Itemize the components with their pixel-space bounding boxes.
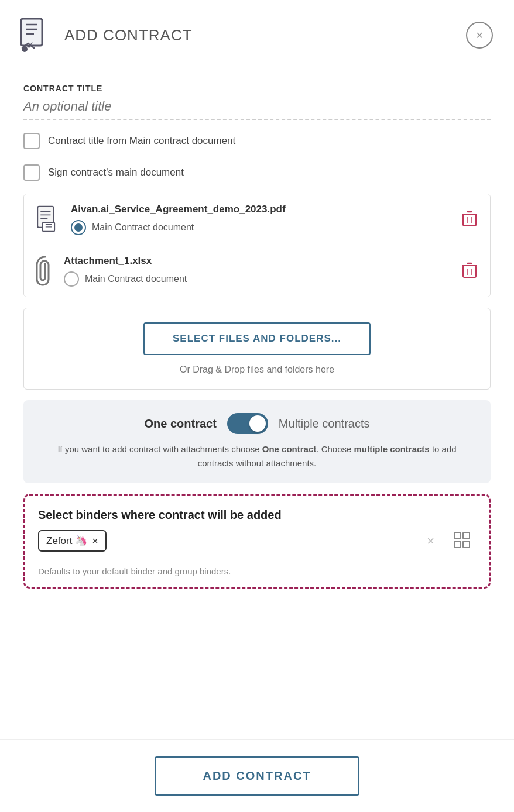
file-2-info: Attachment_1.xlsx Main Contract document xyxy=(64,255,451,287)
contract-title-from-main-checkbox[interactable] xyxy=(23,133,40,149)
trash-icon-2 xyxy=(462,262,477,279)
file-2-radio-row: Main Contract document xyxy=(64,271,451,287)
drag-drop-label: Or Drag & Drop files and folders here xyxy=(180,364,334,375)
close-button[interactable]: × xyxy=(466,22,493,49)
binders-section: Select binders where contract will be ad… xyxy=(23,494,491,589)
toggle-right-label: Multiple contracts xyxy=(279,417,370,431)
delete-file-1-button[interactable] xyxy=(460,208,479,232)
file-1-radio-row: Main Contract document xyxy=(71,220,451,235)
binders-title: Select binders where contract will be ad… xyxy=(38,508,476,522)
binders-divider xyxy=(444,531,444,551)
modal-header: ADD CONTRACT × xyxy=(0,0,514,66)
binders-grid-button[interactable] xyxy=(448,531,476,551)
sign-main-document-checkbox[interactable] xyxy=(23,164,40,181)
delete-file-2-button[interactable] xyxy=(460,259,479,283)
svg-point-4 xyxy=(22,46,28,52)
select-files-button[interactable]: SELECT FILES AND FOLDERS... xyxy=(143,322,371,355)
toggle-left-label: One contract xyxy=(145,417,217,431)
checkbox-label-2: Sign contract's main document xyxy=(48,167,184,178)
checkbox-row-2: Sign contract's main document xyxy=(23,164,491,181)
toggle-row: One contract Multiple contracts xyxy=(40,413,474,434)
attachment-icon xyxy=(35,254,56,287)
contract-icon xyxy=(16,16,54,54)
svg-rect-23 xyxy=(463,541,470,548)
binder-remove-button[interactable]: × xyxy=(92,536,98,546)
svg-rect-21 xyxy=(463,532,470,539)
document-icon xyxy=(35,205,63,233)
grid-icon xyxy=(453,531,471,549)
binders-clear-button[interactable]: × xyxy=(421,534,440,549)
trash-icon xyxy=(462,210,477,228)
binders-default-text: Defaults to your default binder and grou… xyxy=(38,566,476,576)
svg-rect-10 xyxy=(463,214,476,226)
file-2-name: Attachment_1.xlsx xyxy=(64,255,451,267)
file-1-info: Aivan.ai_Service_Agreement_demo_2023.pdf… xyxy=(71,204,451,235)
svg-rect-15 xyxy=(463,266,476,277)
modal-footer: ADD CONTRACT xyxy=(0,739,514,812)
binders-input-row: Zefort 🦄 × × xyxy=(38,530,476,558)
contract-title-label: CONTRACT TITLE xyxy=(23,84,491,93)
modal-content: CONTRACT TITLE Contract title from Main … xyxy=(0,66,514,739)
checkbox-label-1: Contract title from Main contract docume… xyxy=(48,135,235,147)
file-1-name: Aivan.ai_Service_Agreement_demo_2023.pdf xyxy=(71,204,451,215)
file-item-2: Attachment_1.xlsx Main Contract document xyxy=(24,245,490,297)
header-left: ADD CONTRACT xyxy=(16,16,193,54)
toggle-section: One contract Multiple contracts If you w… xyxy=(23,400,491,483)
svg-rect-20 xyxy=(454,532,461,539)
binder-tag: Zefort 🦄 × xyxy=(38,530,107,552)
binder-tag-label: Zefort 🦄 xyxy=(46,535,87,547)
file-1-radio-label: Main Contract document xyxy=(92,222,194,233)
add-contract-modal: ADD CONTRACT × CONTRACT TITLE Contract t… xyxy=(0,0,514,812)
add-contract-button[interactable]: ADD CONTRACT xyxy=(155,756,359,796)
file-item-1: Aivan.ai_Service_Agreement_demo_2023.pdf… xyxy=(24,194,490,245)
file-1-radio[interactable] xyxy=(71,220,86,235)
contract-title-input[interactable] xyxy=(23,95,491,120)
contract-title-section: CONTRACT TITLE xyxy=(23,84,491,120)
checkbox-row-1: Contract title from Main contract docume… xyxy=(23,133,491,149)
modal-title: ADD CONTRACT xyxy=(64,26,193,44)
upload-area: SELECT FILES AND FOLDERS... Or Drag & Dr… xyxy=(23,308,491,390)
svg-rect-0 xyxy=(21,19,42,46)
svg-rect-22 xyxy=(454,541,461,548)
one-multiple-toggle[interactable] xyxy=(227,413,268,434)
toggle-description: If you want to add contract with attachm… xyxy=(40,442,474,470)
file-list: Aivan.ai_Service_Agreement_demo_2023.pdf… xyxy=(23,194,491,297)
file-2-radio-label: Main Contract document xyxy=(85,274,187,284)
file-2-radio[interactable] xyxy=(64,271,79,287)
